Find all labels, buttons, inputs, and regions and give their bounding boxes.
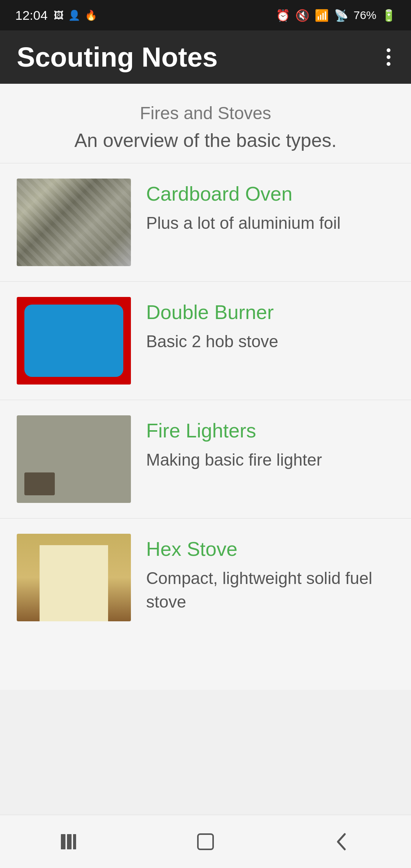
svg-rect-2 — [73, 834, 76, 849]
more-dot-3 — [387, 62, 390, 66]
item-title-double-burner: Double Burner — [146, 301, 394, 324]
list-item-double-burner[interactable]: Double Burner Basic 2 hob stove — [0, 281, 411, 400]
item-image-fire-lighters — [17, 415, 131, 503]
status-time: 12:04 — [15, 8, 48, 23]
item-content-hex-stove: Hex Stove Compact, lightweight solid fue… — [146, 534, 394, 613]
status-left: 12:04 🖼 👤 🔥 — [15, 8, 97, 23]
app-title: Scouting Notes — [17, 41, 218, 73]
section-subtitle: An overview of the basic types. — [0, 129, 411, 152]
list-item-cardboard-oven[interactable]: Cardboard Oven Plus a lot of aluminium f… — [0, 163, 411, 281]
more-dot-1 — [387, 48, 390, 52]
item-image-hex-stove — [17, 534, 131, 621]
list-item-hex-stove[interactable]: Hex Stove Compact, lightweight solid fue… — [0, 518, 411, 637]
wifi-icon: 📶 — [315, 9, 329, 22]
svg-rect-1 — [67, 834, 72, 849]
item-description-fire-lighters: Making basic fire lighter — [146, 448, 394, 472]
alarm-icon: ⏰ — [276, 9, 290, 22]
photo-icon: 🖼 — [54, 10, 64, 21]
item-image-double-burner — [17, 297, 131, 385]
item-image-cardboard-oven — [17, 179, 131, 266]
page-header: Fires and Stoves An overview of the basi… — [0, 84, 411, 163]
item-title-hex-stove: Hex Stove — [146, 538, 394, 560]
app-bar: Scouting Notes — [0, 30, 411, 84]
water-icon: 🔥 — [85, 10, 97, 21]
more-options-button[interactable] — [383, 45, 394, 70]
home-button[interactable] — [190, 827, 221, 857]
bottom-spacer — [0, 637, 411, 690]
signal-icon: 📡 — [334, 9, 348, 22]
item-title-cardboard-oven: Cardboard Oven — [146, 182, 394, 205]
back-button[interactable] — [327, 827, 358, 857]
home-icon — [194, 830, 217, 853]
main-content: Fires and Stoves An overview of the basi… — [0, 84, 411, 690]
item-description-cardboard-oven: Plus a lot of aluminium foil — [146, 211, 394, 235]
item-content-fire-lighters: Fire Lighters Making basic fire lighter — [146, 415, 394, 472]
battery-indicator: 76% — [354, 9, 376, 22]
battery-icon: 🔋 — [382, 9, 396, 22]
back-icon — [331, 830, 354, 853]
recent-apps-button[interactable] — [53, 827, 84, 857]
item-content-cardboard-oven: Cardboard Oven Plus a lot of aluminium f… — [146, 179, 394, 235]
status-bar: 12:04 🖼 👤 🔥 ⏰ 🔇 📶 📡 76% 🔋 — [0, 0, 411, 30]
nav-bar — [0, 815, 411, 868]
recent-apps-icon — [57, 830, 80, 853]
list-item-fire-lighters[interactable]: Fire Lighters Making basic fire lighter — [0, 400, 411, 518]
section-title: Fires and Stoves — [0, 103, 411, 123]
svg-rect-3 — [198, 834, 213, 849]
item-content-double-burner: Double Burner Basic 2 hob stove — [146, 297, 394, 353]
download-icon: 👤 — [68, 10, 80, 21]
status-right: ⏰ 🔇 📶 📡 76% 🔋 — [276, 9, 396, 22]
item-title-fire-lighters: Fire Lighters — [146, 419, 394, 442]
mute-icon: 🔇 — [295, 9, 309, 22]
more-dot-2 — [387, 55, 390, 59]
svg-rect-0 — [61, 834, 65, 849]
item-description-hex-stove: Compact, lightweight solid fuel stove — [146, 566, 394, 613]
item-description-double-burner: Basic 2 hob stove — [146, 330, 394, 353]
status-icons: 🖼 👤 🔥 — [54, 10, 97, 21]
